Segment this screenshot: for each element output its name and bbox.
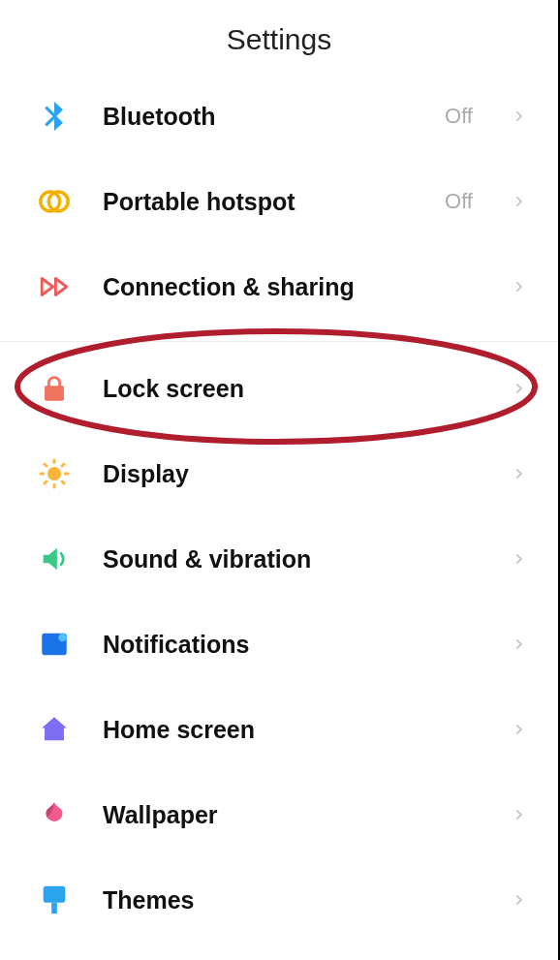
svg-line-10 — [62, 464, 64, 466]
page-title: Settings — [0, 23, 558, 56]
settings-item-notifications[interactable]: Notifications — [0, 602, 558, 687]
chevron-right-icon — [512, 466, 527, 481]
settings-item-display[interactable]: Display — [0, 431, 558, 516]
chevron-right-icon — [512, 108, 527, 124]
settings-item-bluetooth[interactable]: Bluetooth Off — [0, 74, 558, 159]
settings-item-lockscreen[interactable]: Lock screen — [0, 346, 558, 431]
settings-item-label: Themes — [103, 886, 482, 914]
chevron-right-icon — [512, 194, 527, 209]
lock-icon — [35, 369, 74, 408]
settings-item-value: Off — [445, 104, 473, 129]
chevron-right-icon — [512, 892, 527, 908]
settings-item-label: Portable hotspot — [103, 188, 416, 216]
settings-item-label: Lock screen — [103, 375, 482, 403]
settings-item-hotspot[interactable]: Portable hotspot Off — [0, 159, 558, 244]
svg-line-8 — [62, 481, 64, 483]
connection-icon — [35, 267, 74, 306]
settings-item-label: Home screen — [103, 716, 482, 744]
settings-item-wallpaper[interactable]: Wallpaper — [0, 772, 558, 857]
settings-item-label: Connection & sharing — [103, 273, 482, 301]
svg-rect-13 — [44, 886, 66, 903]
chevron-right-icon — [512, 381, 527, 396]
chevron-right-icon — [512, 807, 527, 822]
group-divider — [0, 341, 558, 342]
svg-rect-14 — [51, 903, 57, 914]
home-icon — [35, 710, 74, 749]
bluetooth-icon — [35, 97, 74, 136]
settings-item-label: Bluetooth — [103, 103, 416, 131]
chevron-right-icon — [512, 279, 527, 294]
settings-item-label: Wallpaper — [103, 801, 482, 829]
settings-list: Bluetooth Off Portable hotspot Off Conne… — [0, 74, 558, 943]
svg-point-12 — [58, 634, 67, 642]
svg-line-7 — [45, 464, 47, 466]
hotspot-icon — [35, 182, 74, 221]
sound-icon — [35, 540, 74, 578]
themes-icon — [35, 881, 74, 919]
svg-point-2 — [47, 467, 61, 480]
settings-item-homescreen[interactable]: Home screen — [0, 687, 558, 772]
chevron-right-icon — [512, 551, 527, 567]
settings-item-connection[interactable]: Connection & sharing — [0, 244, 558, 329]
notification-icon — [35, 625, 74, 664]
page-header: Settings — [0, 0, 558, 74]
settings-item-label: Display — [103, 460, 482, 488]
settings-item-label: Notifications — [103, 631, 482, 659]
settings-item-label: Sound & vibration — [103, 545, 482, 573]
settings-item-themes[interactable]: Themes — [0, 857, 558, 943]
chevron-right-icon — [512, 636, 527, 652]
svg-line-9 — [45, 481, 47, 483]
chevron-right-icon — [512, 722, 527, 737]
sun-icon — [35, 454, 74, 493]
settings-item-sound[interactable]: Sound & vibration — [0, 516, 558, 602]
settings-item-value: Off — [445, 189, 473, 214]
wallpaper-icon — [35, 795, 74, 834]
